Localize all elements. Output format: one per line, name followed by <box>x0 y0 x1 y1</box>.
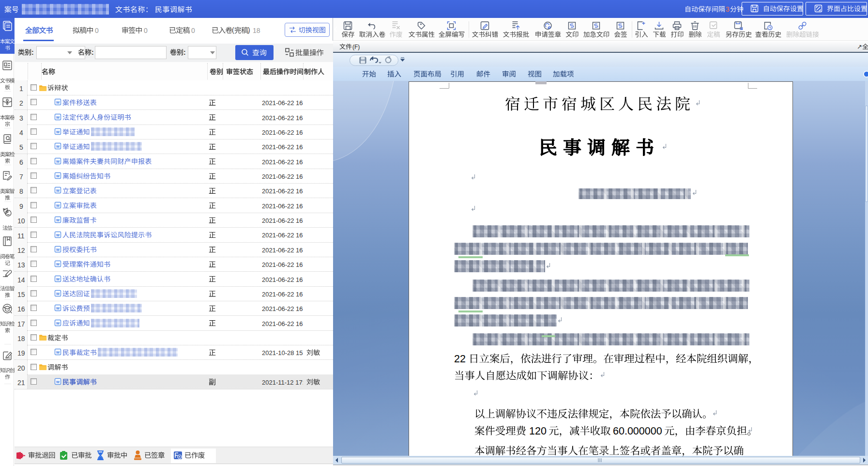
svg-text:w: w <box>56 203 60 208</box>
svg-text:w: w <box>56 262 60 266</box>
svg-text:w: w <box>56 321 60 326</box>
svg-text:w: w <box>56 306 60 311</box>
svg-text:w: w <box>56 129 60 134</box>
svg-text:w: w <box>56 291 60 296</box>
svg-text:w: w <box>56 173 60 178</box>
svg-text:w: w <box>56 217 60 222</box>
svg-text:w: w <box>56 350 60 355</box>
svg-text:w: w <box>56 159 60 164</box>
svg-text:w: w <box>56 115 60 120</box>
svg-text:w: w <box>56 188 60 193</box>
svg-text:w: w <box>56 233 60 237</box>
svg-text:w: w <box>56 144 60 149</box>
svg-text:w: w <box>56 100 60 105</box>
svg-text:w: w <box>56 277 60 281</box>
svg-text:w: w <box>56 247 60 252</box>
